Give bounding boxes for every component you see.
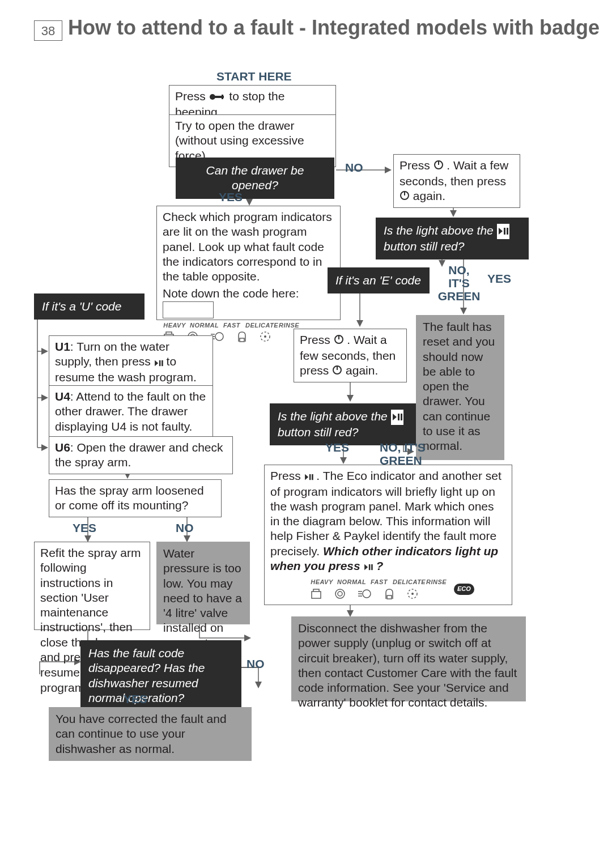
svg-rect-50 [368, 564, 370, 570]
text: again. [413, 189, 445, 202]
step-press-play-indicators: Press . The Eco indicator and another se… [264, 465, 512, 605]
text: Note down the code here: [163, 287, 299, 300]
label-yes-4: YES [73, 521, 96, 535]
svg-rect-48 [309, 474, 311, 480]
program-icons-2 [310, 588, 447, 600]
result-fault-reset: The fault has reset and you should now b… [416, 315, 504, 460]
svg-point-53 [335, 589, 345, 598]
rinse-icon [259, 330, 271, 343]
label-yes-5: YES [124, 692, 147, 706]
play-pause-icon [304, 469, 313, 484]
start-here-label: START HERE [216, 70, 292, 83]
q-light-red-2: Is the light above the button still red? [270, 403, 416, 445]
svg-rect-21 [222, 95, 223, 99]
step-press-power-2: Press . Wait a few seconds, then press a… [294, 329, 407, 382]
svg-rect-51 [371, 564, 373, 570]
step-u6: U6: Open the drawer and check the spray … [49, 436, 233, 474]
svg-point-54 [338, 592, 342, 596]
svg-rect-45 [401, 414, 402, 420]
svg-rect-27 [507, 228, 508, 235]
label-no-green-2: NO, IT'S GREEN [380, 441, 434, 467]
text: button still red? [384, 240, 464, 253]
text: Check which program indicators are lit o… [163, 210, 334, 284]
label-yes-2: YES [487, 272, 511, 286]
label-no-1: NO [345, 161, 363, 175]
play-pause-icon [154, 355, 163, 370]
svg-rect-59 [387, 595, 392, 599]
svg-rect-52 [312, 592, 321, 598]
text: Is the light above the [384, 224, 497, 237]
svg-rect-43 [162, 360, 163, 365]
label-no-green-1: NO, IT'S GREEN [436, 263, 482, 303]
svg-rect-26 [504, 228, 505, 235]
page-number: 38 [34, 20, 62, 41]
svg-point-37 [264, 335, 266, 338]
page-title: How to attend to a fault - Integrated mo… [68, 16, 600, 40]
q-drawer-open: Can the drawer be opened? [176, 158, 334, 199]
label-no-3: NO [246, 657, 265, 671]
power-icon [400, 189, 410, 204]
q-light-red-1: Is the light above the button still red? [376, 218, 529, 259]
label-yes-3: YES [325, 441, 349, 454]
delicate-icon [236, 330, 248, 343]
branch-e-code: If it's an 'E' code [328, 267, 430, 293]
text: Press [175, 90, 209, 103]
power-icon [434, 159, 444, 173]
play-pause-icon [391, 410, 403, 424]
svg-point-55 [363, 590, 371, 598]
eco-badge: ECO [454, 584, 474, 595]
power-icon [334, 333, 344, 348]
svg-rect-42 [159, 360, 161, 365]
label-no-2: NO [176, 521, 194, 535]
step-press-power-1: Press . Wait a few seconds, then press a… [393, 154, 520, 208]
svg-rect-49 [312, 474, 313, 480]
play-pause-icon [364, 559, 373, 574]
result-disconnect-contact: Disconnect the dishwasher from the power… [291, 616, 526, 701]
branch-u-code: If it's a 'U' code [34, 293, 144, 320]
step-u4: U4: Attend to the fault on the other dra… [49, 385, 213, 438]
svg-point-31 [215, 333, 223, 341]
svg-rect-44 [398, 414, 400, 420]
step-u1: U1: Turn on the water supply, then press… [49, 335, 213, 389]
step-refit-spray: Refit the spray arm following instructio… [34, 542, 150, 630]
power-icon [332, 364, 342, 378]
text: Press [400, 159, 434, 172]
code-input-box[interactable] [163, 301, 214, 318]
svg-point-61 [411, 593, 414, 595]
result-water-pressure: Water pressure is too low. You may need … [156, 542, 250, 624]
result-corrected: You have corrected the fault and can con… [49, 707, 252, 761]
q-spray-arm: Has the spray arm loosened or come off i… [49, 479, 222, 517]
keylock-icon [209, 90, 226, 104]
q-code-disappeared: Has the fault code disappeared? Has the … [80, 640, 241, 711]
step-check-indicators: Check which program indicators are lit o… [156, 206, 341, 320]
label-yes-1: YES [219, 190, 243, 204]
play-pause-icon [497, 224, 509, 239]
svg-point-19 [210, 94, 215, 100]
program-labels-2: HEAVY NORMAL FAST DELICATE RINSE [310, 578, 447, 586]
svg-rect-35 [240, 338, 244, 342]
